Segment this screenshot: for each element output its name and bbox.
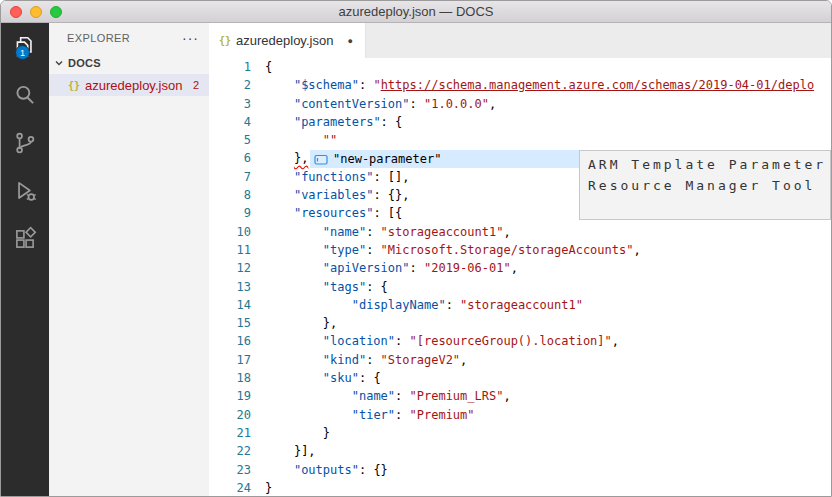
code-line[interactable]: 4 "parameters": { bbox=[209, 113, 831, 131]
line-number: 3 bbox=[209, 95, 265, 113]
chevron-down-icon bbox=[53, 57, 65, 69]
window-title: azuredeploy.json — DOCS bbox=[1, 4, 831, 19]
code-line-content[interactable]: "type": "Microsoft.Storage/storageAccoun… bbox=[265, 241, 641, 259]
code-line[interactable]: 18 "sku": { bbox=[209, 369, 831, 387]
line-number: 13 bbox=[209, 278, 265, 296]
code-line-content[interactable]: { bbox=[265, 58, 272, 76]
code-line[interactable]: 19 "name": "Premium_LRS", bbox=[209, 387, 831, 405]
vscode-window: azuredeploy.json — DOCS 1 bbox=[0, 0, 832, 497]
code-line-content[interactable]: "contentVersion": "1.0.0.0", bbox=[265, 95, 496, 113]
line-number: 11 bbox=[209, 241, 265, 259]
extensions-activity-button[interactable] bbox=[1, 215, 49, 263]
line-number: 2 bbox=[209, 76, 265, 94]
property-suggestion-icon bbox=[314, 153, 328, 166]
code-line-content[interactable]: "resources": [{ bbox=[265, 204, 402, 222]
code-line-content[interactable]: "variables": {}, bbox=[265, 186, 410, 204]
file-name: azuredeploy.json bbox=[85, 78, 182, 93]
line-number: 4 bbox=[209, 113, 265, 131]
line-number: 15 bbox=[209, 314, 265, 332]
folder-section-label: DOCS bbox=[68, 57, 101, 69]
suggestion-doc-line: ARM Template Parameter bbox=[588, 154, 822, 175]
problems-count-badge: 2 bbox=[193, 79, 199, 91]
tab-label: azuredeploy.json bbox=[236, 33, 333, 48]
line-number: 20 bbox=[209, 406, 265, 424]
line-number: 24 bbox=[209, 479, 265, 496]
explorer-sidebar: EXPLORER ··· DOCS {} azuredeploy.json 2 bbox=[49, 23, 209, 496]
tab-azuredeploy-json[interactable]: {} azuredeploy.json ● bbox=[209, 23, 366, 58]
code-line-content[interactable]: "tier": "Premium" bbox=[265, 406, 475, 424]
line-number: 16 bbox=[209, 332, 265, 350]
minimize-button[interactable] bbox=[30, 6, 42, 18]
code-line-content[interactable]: "name": "Premium_LRS", bbox=[265, 387, 511, 405]
code-line[interactable]: 17 "kind": "StorageV2", bbox=[209, 351, 831, 369]
run-debug-activity-button[interactable] bbox=[1, 167, 49, 215]
code-line[interactable]: 2 "$schema": "https://schema.management.… bbox=[209, 76, 831, 94]
suggestion-docs-panel: ARM Template Parameter Resource Manager … bbox=[579, 150, 831, 220]
code-line-content[interactable]: } bbox=[265, 424, 330, 442]
line-number: 5 bbox=[209, 131, 265, 149]
code-line-content[interactable]: "location": "[resourceGroup().location]"… bbox=[265, 332, 619, 350]
code-line-content[interactable]: "$schema": "https://schema.management.az… bbox=[265, 76, 814, 94]
code-line[interactable]: 16 "location": "[resourceGroup().locatio… bbox=[209, 332, 831, 350]
code-line-content[interactable]: }, bbox=[265, 149, 308, 167]
line-number: 14 bbox=[209, 296, 265, 314]
modified-indicator[interactable]: ● bbox=[347, 36, 352, 46]
explorer-activity-button[interactable]: 1 bbox=[1, 23, 49, 71]
suggestion-item-new-parameter[interactable]: "new-parameter" bbox=[310, 150, 579, 168]
code-line-content[interactable]: }, bbox=[265, 314, 337, 332]
code-line[interactable]: 3 "contentVersion": "1.0.0.0", bbox=[209, 95, 831, 113]
code-editor[interactable]: 1{2 "$schema": "https://schema.managemen… bbox=[209, 58, 831, 496]
code-line-content[interactable]: } bbox=[265, 479, 272, 496]
editor-group: {} azuredeploy.json ● 1{2 "$schema": "ht… bbox=[209, 23, 831, 496]
code-line[interactable]: 5 "" bbox=[209, 131, 831, 149]
explorer-badge: 1 bbox=[15, 45, 30, 60]
folder-section-docs[interactable]: DOCS bbox=[49, 52, 209, 74]
code-line[interactable]: 23 "outputs": {} bbox=[209, 461, 831, 479]
code-line[interactable]: 21 } bbox=[209, 424, 831, 442]
file-item-azuredeploy-json[interactable]: {} azuredeploy.json 2 bbox=[49, 74, 209, 96]
json-file-icon: {} bbox=[219, 35, 231, 46]
tab-bar: {} azuredeploy.json ● bbox=[209, 23, 831, 58]
extensions-icon bbox=[12, 226, 38, 252]
line-number: 17 bbox=[209, 351, 265, 369]
code-line-content[interactable]: "displayName": "storageaccount1" bbox=[265, 296, 583, 314]
code-line-content[interactable]: "functions": [], bbox=[265, 168, 410, 186]
code-line-content[interactable]: "sku": { bbox=[265, 369, 381, 387]
code-line-content[interactable]: "" bbox=[265, 131, 337, 149]
code-line-content[interactable]: "kind": "StorageV2", bbox=[265, 351, 467, 369]
code-line-content[interactable]: }], bbox=[265, 442, 316, 460]
code-line[interactable]: 14 "displayName": "storageaccount1" bbox=[209, 296, 831, 314]
source-control-icon bbox=[12, 130, 38, 156]
code-line[interactable]: 10 "name": "storageaccount1", bbox=[209, 223, 831, 241]
code-line-content[interactable]: "tags": { bbox=[265, 278, 388, 296]
line-number: 1 bbox=[209, 58, 265, 76]
sidebar-title: EXPLORER bbox=[67, 32, 130, 44]
line-number: 23 bbox=[209, 461, 265, 479]
line-number: 21 bbox=[209, 424, 265, 442]
sidebar-actions-button[interactable]: ··· bbox=[182, 34, 199, 42]
line-number: 19 bbox=[209, 387, 265, 405]
code-line[interactable]: 13 "tags": { bbox=[209, 278, 831, 296]
workbench: 1 bbox=[1, 23, 831, 496]
close-button[interactable] bbox=[10, 6, 22, 18]
code-line[interactable]: 15 }, bbox=[209, 314, 831, 332]
code-line[interactable]: 1{ bbox=[209, 58, 831, 76]
code-line[interactable]: 12 "apiVersion": "2019-06-01", bbox=[209, 259, 831, 277]
search-icon bbox=[12, 82, 38, 108]
code-line-content[interactable]: "parameters": { bbox=[265, 113, 402, 131]
search-activity-button[interactable] bbox=[1, 71, 49, 119]
suggestion-label: "new-parameter" bbox=[333, 152, 441, 166]
code-line[interactable]: 11 "type": "Microsoft.Storage/storageAcc… bbox=[209, 241, 831, 259]
code-line-content[interactable]: "name": "storageaccount1", bbox=[265, 223, 511, 241]
code-line-content[interactable]: "apiVersion": "2019-06-01", bbox=[265, 259, 518, 277]
line-number: 18 bbox=[209, 369, 265, 387]
zoom-button[interactable] bbox=[50, 6, 62, 18]
json-file-icon: {} bbox=[68, 80, 80, 91]
code-line[interactable]: 24} bbox=[209, 479, 831, 496]
code-line-content[interactable]: "outputs": {} bbox=[265, 461, 388, 479]
code-line[interactable]: 20 "tier": "Premium" bbox=[209, 406, 831, 424]
code-line[interactable]: 22 }], bbox=[209, 442, 831, 460]
titlebar: azuredeploy.json — DOCS bbox=[1, 1, 831, 23]
source-control-activity-button[interactable] bbox=[1, 119, 49, 167]
activity-bar: 1 bbox=[1, 23, 49, 496]
